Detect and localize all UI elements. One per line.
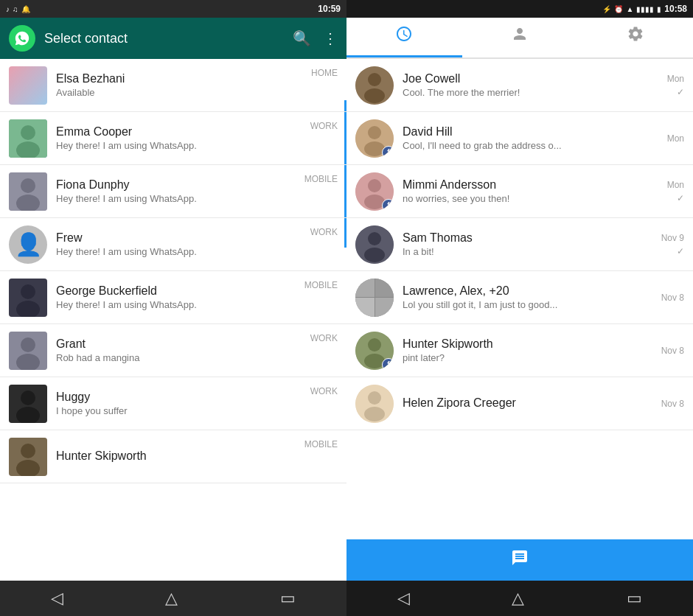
bottom-nav-right: ◁ △ ▭ bbox=[346, 581, 693, 616]
svg-point-10 bbox=[21, 337, 35, 352]
contact-item[interactable]: Grant Rob had a mangina WORK bbox=[0, 324, 346, 377]
chat-item[interactable]: f David Hill Cool, I'll need to grab the… bbox=[346, 112, 693, 165]
contact-name: George Buckerfield bbox=[56, 284, 338, 298]
contact-type: HOME bbox=[311, 68, 338, 78]
recents-button-right[interactable]: ▭ bbox=[627, 589, 642, 608]
chat-list: Joe Cowell Cool. The more the merrier! M… bbox=[346, 59, 693, 539]
facebook-badge: f bbox=[382, 358, 394, 370]
avatar bbox=[355, 225, 394, 264]
contact-name: Huggy bbox=[56, 391, 338, 404]
chat-info: Lawrence, Alex, +20 Lol you still got it… bbox=[403, 284, 647, 310]
avatar bbox=[9, 332, 47, 370]
svg-point-13 bbox=[21, 391, 35, 405]
contact-status: I hope you suffer bbox=[56, 405, 338, 416]
wifi-icon: ▲ bbox=[626, 5, 633, 13]
alarm-icon: ⏰ bbox=[614, 5, 623, 13]
svg-point-29 bbox=[364, 248, 385, 262]
chat-item[interactable]: f Mimmi Andersson no worries, see you th… bbox=[346, 165, 693, 218]
back-button[interactable]: ◁ bbox=[51, 589, 63, 608]
bottom-nav-left: ◁ △ ▭ bbox=[0, 581, 346, 616]
chat-meta: Mon bbox=[647, 133, 684, 144]
contact-item[interactable]: George Buckerfield Hey there! I am using… bbox=[0, 271, 346, 324]
chat-time: Nov 8 bbox=[661, 399, 684, 409]
chat-name: David Hill bbox=[403, 125, 647, 139]
header-icons: 🔍 ⋮ bbox=[293, 29, 338, 47]
avatar bbox=[9, 172, 47, 211]
contact-type: WORK bbox=[310, 227, 338, 237]
chat-preview: Cool, I'll need to grab the address o... bbox=[403, 140, 609, 151]
contact-type: WORK bbox=[310, 386, 338, 396]
contact-type: MOBILE bbox=[304, 174, 338, 184]
avatar bbox=[355, 279, 394, 317]
chat-time: Nov 8 bbox=[661, 293, 684, 303]
svg-point-34 bbox=[368, 391, 381, 405]
main-content: Select contact 🔍 ⋮ E bbox=[0, 18, 693, 581]
chat-time: Mon bbox=[667, 133, 684, 144]
chat-time: Mon bbox=[667, 74, 684, 84]
search-icon[interactable]: 🔍 bbox=[293, 29, 311, 47]
tab-contacts[interactable] bbox=[462, 16, 578, 57]
contact-status: Hey there! I am using WhatsApp. bbox=[56, 246, 338, 257]
avatar bbox=[9, 385, 47, 423]
contact-name: Fiona Dunphy bbox=[56, 178, 338, 192]
chat-name: Mimmi Andersson bbox=[403, 178, 647, 192]
chat-item[interactable]: Lawrence, Alex, +20 Lol you still got it… bbox=[346, 271, 693, 324]
chat-item[interactable]: Sam Thomas In a bit! Nov 9 ✓ bbox=[346, 218, 693, 271]
chat-item[interactable]: Helen Zipora Creeger Nov 8 bbox=[346, 377, 693, 430]
menu-icon[interactable]: ⋮ bbox=[323, 29, 338, 47]
contact-name: Emma Cooper bbox=[56, 125, 338, 139]
chat-item[interactable]: f Hunter Skipworth pint later? Nov 8 bbox=[346, 324, 693, 377]
chat-meta: Mon ✓ bbox=[647, 74, 684, 97]
contact-item[interactable]: Hunter Skipworth MOBILE bbox=[0, 430, 346, 483]
contact-status: Available bbox=[56, 87, 338, 98]
contact-item[interactable]: Elsa Bezhani Available HOME bbox=[0, 59, 346, 112]
contact-type: MOBILE bbox=[304, 280, 338, 290]
contact-type: WORK bbox=[310, 121, 338, 131]
contact-item[interactable]: Huggy I hope you suffer WORK bbox=[0, 377, 346, 430]
bottom-nav: ◁ △ ▭ ◁ △ ▭ bbox=[0, 581, 693, 616]
bluetooth-icon: ⚡ bbox=[602, 5, 611, 13]
home-button[interactable]: △ bbox=[165, 589, 178, 608]
contact-info: Huggy I hope you suffer bbox=[56, 391, 338, 416]
compose-fab[interactable] bbox=[346, 539, 693, 581]
tab-recents[interactable] bbox=[346, 16, 462, 57]
avatar: f bbox=[355, 172, 394, 211]
recents-button[interactable]: ▭ bbox=[280, 589, 296, 608]
chat-meta: Nov 9 ✓ bbox=[647, 233, 684, 256]
chat-name: Hunter Skipworth bbox=[403, 337, 647, 351]
status-bar-left: ♪ ♫ 🔔 10:59 bbox=[0, 0, 346, 18]
avatar bbox=[9, 119, 47, 158]
time-left: 10:59 bbox=[318, 4, 341, 14]
status-bar: ♪ ♫ 🔔 10:59 ⚡ ⏰ ▲ ▮▮▮▮ ▮ 10:58 bbox=[0, 0, 693, 18]
contact-item[interactable]: 👤 Frew Hey there! I am using WhatsApp. W… bbox=[0, 218, 346, 271]
chat-info: David Hill Cool, I'll need to grab the a… bbox=[403, 125, 647, 151]
contact-info: Grant Rob had a mangina bbox=[56, 337, 338, 363]
svg-point-22 bbox=[368, 126, 381, 139]
avatar bbox=[355, 66, 394, 105]
home-button-right[interactable]: △ bbox=[512, 589, 524, 608]
tab-settings[interactable] bbox=[577, 16, 693, 57]
svg-point-35 bbox=[364, 407, 385, 421]
contact-item[interactable]: Emma Cooper Hey there! I am using WhatsA… bbox=[0, 112, 346, 165]
avatar bbox=[9, 279, 47, 317]
facebook-badge: f bbox=[382, 199, 394, 211]
svg-point-25 bbox=[368, 179, 381, 192]
back-button-right[interactable]: ◁ bbox=[397, 589, 410, 608]
signal-icon: ▮▮▮▮ bbox=[636, 5, 654, 13]
svg-point-20 bbox=[364, 88, 385, 103]
settings-icon bbox=[627, 25, 644, 47]
battery-icon: ▮ bbox=[657, 5, 661, 13]
chat-time: Mon bbox=[667, 180, 684, 190]
chat-meta: Mon ✓ bbox=[647, 180, 684, 203]
facebook-badge: f bbox=[382, 146, 394, 158]
chat-meta: Nov 8 bbox=[647, 399, 684, 409]
compose-icon bbox=[511, 549, 529, 571]
contact-info: George Buckerfield Hey there! I am using… bbox=[56, 284, 338, 310]
chat-item[interactable]: Joe Cowell Cool. The more the merrier! M… bbox=[346, 59, 693, 112]
chat-info: Hunter Skipworth pint later? bbox=[403, 337, 647, 363]
chat-info: Sam Thomas In a bit! bbox=[403, 231, 647, 257]
chat-name: Joe Cowell bbox=[403, 72, 647, 85]
contact-item[interactable]: Fiona Dunphy Hey there! I am using Whats… bbox=[0, 165, 346, 218]
read-check: ✓ bbox=[677, 246, 684, 256]
left-header: Select contact 🔍 ⋮ bbox=[0, 18, 346, 59]
